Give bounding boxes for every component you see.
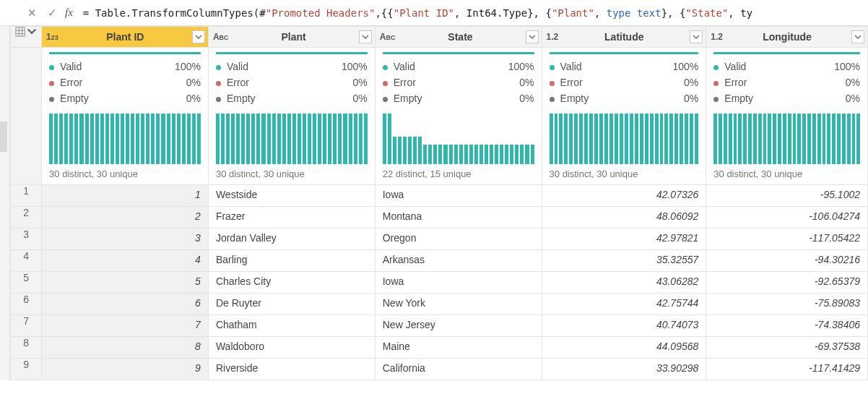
distribution-summary: 30 distinct, 30 unique — [49, 168, 201, 179]
type-badge-plant[interactable]: ABC — [213, 32, 229, 42]
column-header-state[interactable]: ABCState — [375, 27, 542, 48]
confirm-formula-button[interactable]: ✓ — [42, 3, 62, 23]
cell-plant_id[interactable]: 8 — [42, 337, 209, 359]
cell-plant_id[interactable]: 3 — [42, 228, 209, 250]
distribution-summary: 30 distinct, 30 unique — [550, 168, 699, 179]
column-profile-plant_id: Valid100%Error0%Empty0%30 distinct, 30 u… — [42, 48, 209, 185]
type-badge-latitude[interactable]: 1.2 — [547, 32, 559, 42]
table-options-button[interactable] — [11, 27, 42, 48]
cell-state[interactable]: Oregon — [375, 228, 542, 250]
chevron-down-icon — [854, 33, 862, 40]
cell-plant_id[interactable]: 1 — [42, 185, 209, 207]
cell-plant[interactable]: Charles City — [208, 272, 375, 294]
distribution-summary: 30 distinct, 30 unique — [216, 168, 368, 179]
cell-plant_id[interactable]: 2 — [42, 207, 209, 228]
cell-plant[interactable]: Waldoboro — [208, 337, 375, 359]
quality-bar — [49, 52, 201, 54]
column-header-plant_id[interactable]: 123Plant ID — [42, 27, 209, 48]
cell-longitude[interactable]: -92.65379 — [706, 272, 868, 294]
cell-latitude[interactable]: 42.97821 — [542, 228, 706, 250]
row-number[interactable]: 8 — [11, 337, 42, 359]
cell-longitude[interactable]: -69.37538 — [706, 337, 868, 359]
cell-plant[interactable]: De Ruyter — [208, 294, 375, 315]
row-number[interactable]: 9 — [11, 359, 42, 380]
table-row[interactable]: 99RiversideCalifornia33.90298-117.41429 — [11, 359, 868, 380]
row-number[interactable]: 3 — [11, 228, 42, 250]
cell-state[interactable]: California — [375, 359, 542, 380]
filter-button-plant[interactable] — [359, 30, 372, 43]
formula-input[interactable]: = Table.TransformColumnTypes(#"Promoted … — [79, 4, 868, 22]
row-number[interactable]: 1 — [11, 185, 42, 207]
cell-latitude[interactable]: 42.07326 — [542, 185, 706, 207]
cell-latitude[interactable]: 40.74073 — [542, 315, 706, 337]
type-badge-longitude[interactable]: 1.2 — [711, 32, 723, 42]
cell-latitude[interactable]: 43.06282 — [542, 272, 706, 294]
filter-button-plant_id[interactable] — [192, 30, 205, 43]
cell-latitude[interactable]: 42.75744 — [542, 294, 706, 315]
row-number[interactable]: 6 — [11, 294, 42, 315]
cell-state[interactable]: New Jersey — [375, 315, 542, 337]
table-row[interactable]: 55Charles CityIowa43.06282-92.65379 — [11, 272, 868, 294]
cell-longitude[interactable]: -95.1002 — [706, 185, 868, 207]
cell-longitude[interactable]: -106.04274 — [706, 207, 868, 228]
cell-plant_id[interactable]: 4 — [42, 250, 209, 272]
stat-valid: Valid100% — [713, 59, 860, 74]
stat-error: Error0% — [713, 74, 860, 90]
row-number[interactable]: 4 — [11, 250, 42, 272]
cell-state[interactable]: New York — [375, 294, 542, 315]
cell-plant[interactable]: Barling — [208, 250, 375, 272]
column-header-longitude[interactable]: 1.2Longitude — [706, 27, 868, 48]
table-row[interactable]: 33Jordan ValleyOregon42.97821-117.05422 — [11, 228, 868, 250]
cell-latitude[interactable]: 35.32557 — [542, 250, 706, 272]
cell-longitude[interactable]: -117.41429 — [706, 359, 868, 380]
cell-plant[interactable]: Riverside — [208, 359, 375, 380]
cell-latitude[interactable]: 48.06092 — [542, 207, 706, 228]
cell-state[interactable]: Iowa — [375, 272, 542, 294]
fx-label: fx — [62, 7, 79, 19]
stat-error: Error0% — [216, 74, 368, 90]
cell-plant_id[interactable]: 9 — [42, 359, 209, 380]
filter-button-latitude[interactable] — [690, 30, 703, 43]
cell-plant_id[interactable]: 7 — [42, 315, 209, 337]
stat-empty: Empty0% — [49, 90, 201, 106]
data-preview-grid: 123Plant IDABCPlantABCState1.2Latitude1.… — [10, 26, 868, 380]
cancel-formula-button[interactable]: ✕ — [22, 3, 42, 23]
table-row[interactable]: 22FrazerMontana48.06092-106.04274 — [11, 207, 868, 228]
filter-button-state[interactable] — [526, 30, 539, 43]
cell-latitude[interactable]: 33.90298 — [542, 359, 706, 380]
cell-state[interactable]: Arkansas — [375, 250, 542, 272]
stat-valid: Valid100% — [49, 59, 201, 74]
distribution-chart — [383, 114, 534, 164]
type-badge-state[interactable]: ABC — [380, 32, 396, 42]
cell-state[interactable]: Maine — [375, 337, 542, 359]
cell-longitude[interactable]: -117.05422 — [706, 228, 868, 250]
table-row[interactable]: 77ChathamNew Jersey40.74073-74.38406 — [11, 315, 868, 337]
chevron-down-icon — [529, 33, 536, 40]
cell-plant[interactable]: Frazer — [208, 207, 375, 228]
cell-plant[interactable]: Chatham — [208, 315, 375, 337]
cell-plant[interactable]: Westside — [208, 185, 375, 207]
cell-plant[interactable]: Jordan Valley — [208, 228, 375, 250]
row-number[interactable]: 7 — [11, 315, 42, 337]
cell-state[interactable]: Iowa — [375, 185, 542, 207]
table-row[interactable]: 11WestsideIowa42.07326-95.1002 — [11, 185, 868, 207]
table-row[interactable]: 66De RuyterNew York42.75744-75.89083 — [11, 294, 868, 315]
row-number[interactable]: 2 — [11, 207, 42, 228]
collapsed-panel-tab[interactable] — [0, 121, 7, 152]
stat-error: Error0% — [550, 74, 699, 90]
table-row[interactable]: 44BarlingArkansas35.32557-94.30216 — [11, 250, 868, 272]
cell-latitude[interactable]: 44.09568 — [542, 337, 706, 359]
cell-plant_id[interactable]: 5 — [42, 272, 209, 294]
column-header-latitude[interactable]: 1.2Latitude — [542, 27, 706, 48]
column-header-plant[interactable]: ABCPlant — [208, 27, 375, 48]
quality-bar — [383, 52, 534, 54]
table-row[interactable]: 88WaldoboroMaine44.09568-69.37538 — [11, 337, 868, 359]
cell-state[interactable]: Montana — [375, 207, 542, 228]
row-number[interactable]: 5 — [11, 272, 42, 294]
cell-longitude[interactable]: -94.30216 — [706, 250, 868, 272]
cell-longitude[interactable]: -75.89083 — [706, 294, 868, 315]
cell-plant_id[interactable]: 6 — [42, 294, 209, 315]
type-badge-plant_id[interactable]: 123 — [46, 32, 58, 42]
filter-button-longitude[interactable] — [851, 30, 864, 43]
cell-longitude[interactable]: -74.38406 — [706, 315, 868, 337]
